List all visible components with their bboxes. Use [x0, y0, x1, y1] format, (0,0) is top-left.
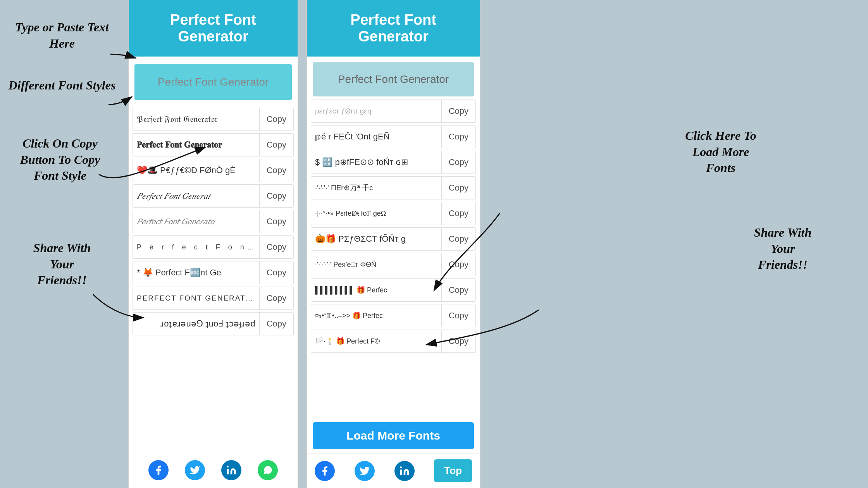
font-row-9: ɹoʇɐɹǝuǝ⅁ ʇuoℲ ʇɔǝɟɹǝd Copy: [133, 312, 294, 335]
annotation-share-right: Share WithYourFriends!!: [728, 225, 837, 273]
left-input-box[interactable]: Perfect Font Generator: [134, 64, 292, 100]
right-font-row-6: ·'·'·'·'·' Pея'e□т ΦΘÑ Copy: [311, 253, 476, 276]
right-font-text-1: 𝕡é r FEČt 'Ont gEÑ: [311, 130, 441, 144]
right-copy-btn-2[interactable]: Copy: [441, 151, 475, 174]
left-panel-footer: [129, 452, 298, 488]
right-font-row-8: ¤₁•°⌒̈•..–>> 🎁 Perfec Copy: [311, 304, 476, 327]
left-panel-header: Perfect Font Generator: [129, 0, 298, 57]
copy-btn-1[interactable]: Copy: [259, 108, 293, 131]
font-row-1: 𝔓𝔢𝔯𝔣𝔢𝔠𝔱 𝔉𝔬𝔫𝔱 𝔊𝔢𝔫𝔢𝔯𝔞𝔱𝔬𝔯 Copy: [133, 108, 294, 131]
right-font-row-4: ·|··°·•» PεrfeØŧ fo᷊ᵗ geΩ Copy: [311, 202, 476, 225]
copy-btn-9[interactable]: Copy: [259, 313, 293, 335]
right-font-text-3: ·'·'·'·' ΠΕr⊕万ª 千c: [311, 181, 441, 195]
font-text-6: P e r f e c t F o n t: [133, 241, 259, 253]
twitter-icon[interactable]: [185, 460, 205, 480]
font-text-1: 𝔓𝔢𝔯𝔣𝔢𝔠𝔱 𝔉𝔬𝔫𝔱 𝔊𝔢𝔫𝔢𝔯𝔞𝔱𝔬𝔯: [133, 112, 259, 126]
right-font-text-2: $ 🔡 p⊕fFE⊙⊙ foŃт ɢ⊞: [311, 155, 441, 169]
right-panel-footer: Top: [307, 453, 480, 488]
annotation-click-copy: Click On CopyButton To CopyFont Style: [4, 136, 116, 184]
right-input-box[interactable]: Perfect Font Generator: [313, 62, 474, 96]
right-copy-btn-6[interactable]: Copy: [441, 253, 475, 276]
right-copy-btn-4[interactable]: Copy: [441, 202, 475, 225]
font-text-8: PERFECT FONT GENERATOR: [133, 292, 259, 304]
whatsapp-icon[interactable]: [258, 460, 278, 480]
right-copy-btn-7[interactable]: Copy: [441, 279, 475, 301]
copy-btn-6[interactable]: Copy: [259, 236, 293, 258]
right-copy-btn-3[interactable]: Copy: [441, 177, 475, 199]
right-font-row-2: $ 🔡 p⊕fFE⊙⊙ foŃт ɢ⊞ Copy: [311, 151, 476, 174]
right-font-row-3: ·'·'·'·' ΠΕr⊕万ª 千c Copy: [311, 176, 476, 199]
right-copy-btn-8[interactable]: Copy: [441, 304, 475, 327]
font-text-5: 𝘗𝘦𝘳𝘧𝘦𝘤𝘵 𝘍𝘰𝘯𝘵 𝘎𝘦𝘯𝘦𝘳𝘢𝘵𝘰: [133, 215, 259, 229]
copy-btn-4[interactable]: Copy: [259, 185, 293, 207]
top-button[interactable]: Top: [434, 459, 472, 482]
right-font-row-5: 🎃🎁 PΣƒΘΣCT fÕŃт g Copy: [311, 227, 476, 251]
right-font-text-9: 🏳️·🕯️ 🎁 Perfect F©: [311, 335, 441, 347]
right-font-list: ρεrƒεcτ ƒØητ gεη Copy 𝕡é r FEČt 'Ont gEÑ…: [307, 100, 480, 418]
right-font-text-partial: ρεrƒεcτ ƒØητ gεη: [311, 105, 441, 117]
annotation-share-left: Share WithYourFriends!!: [12, 240, 112, 289]
right-font-row-1: 𝕡é r FEČt 'Ont gEÑ Copy: [311, 125, 476, 148]
annotation-different-fonts: Different Font Styles: [8, 77, 116, 94]
right-font-text-8: ¤₁•°⌒̈•..–>> 🎁 Perfec: [311, 309, 441, 322]
linkedin-icon[interactable]: [221, 460, 241, 480]
svg-point-0: [227, 466, 229, 467]
font-text-4: 𝑃𝑒𝑟𝑓𝑒𝑐𝑡 𝐹𝑜𝑛𝑡 𝐺𝑒𝑛𝑒𝑟𝑎𝑡: [133, 189, 259, 203]
right-font-text-4: ·|··°·•» PεrfeØŧ fo᷊ᵗ geΩ: [311, 207, 441, 220]
right-font-text-6: ·'·'·'·'·' Pея'e□т ΦΘÑ: [311, 259, 441, 271]
font-text-7: * 🦊 Perfect F🔤nt Ge: [133, 266, 259, 280]
facebook-icon[interactable]: [148, 460, 169, 480]
right-font-text-5: 🎃🎁 PΣƒΘΣCT fÕŃт g: [311, 232, 441, 246]
svg-point-1: [400, 466, 402, 468]
font-text-9: ɹoʇɐɹǝuǝ⅁ ʇuoℲ ʇɔǝɟɹǝd: [133, 317, 259, 331]
font-row-8: PERFECT FONT GENERATOR Copy: [133, 287, 294, 310]
right-panel-header: Perfect Font Generator: [307, 0, 480, 57]
annotation-click-load: Click Here ToLoad MoreFonts: [663, 128, 779, 176]
right-font-row-partial: ρεrƒεcτ ƒØητ gεη Copy: [311, 100, 476, 123]
right-font-text-7: ▌▌▌▌▌▌▌▌ 🎁 Perfec: [311, 284, 441, 296]
font-row-2: 𝐏𝐞𝐫𝐟𝐞𝐜𝐭 𝐅𝐨𝐧𝐭 𝐆𝐞𝐧𝐞𝐫𝐚𝐭𝐨𝐫 Copy: [133, 133, 294, 156]
copy-btn-5[interactable]: Copy: [259, 210, 293, 233]
right-twitter-icon[interactable]: [355, 461, 375, 481]
right-copy-btn-1[interactable]: Copy: [441, 125, 475, 148]
font-row-6: P e r f e c t F o n t Copy: [133, 235, 294, 259]
annotation-type-paste: Type or Paste Text Here: [12, 19, 112, 52]
font-row-5: 𝘗𝘦𝘳𝘧𝘦𝘤𝘵 𝘍𝘰𝘯𝘵 𝘎𝘦𝘯𝘦𝘳𝘢𝘵𝘰 Copy: [133, 210, 294, 233]
font-row-4: 𝑃𝑒𝑟𝑓𝑒𝑐𝑡 𝐹𝑜𝑛𝑡 𝐺𝑒𝑛𝑒𝑟𝑎𝑡 Copy: [133, 184, 294, 208]
left-font-list: 𝔓𝔢𝔯𝔣𝔢𝔠𝔱 𝔉𝔬𝔫𝔱 𝔊𝔢𝔫𝔢𝔯𝔞𝔱𝔬𝔯 Copy 𝐏𝐞𝐫𝐟𝐞𝐜𝐭 𝐅𝐨𝐧𝐭…: [129, 108, 298, 452]
font-text-2: 𝐏𝐞𝐫𝐟𝐞𝐜𝐭 𝐅𝐨𝐧𝐭 𝐆𝐞𝐧𝐞𝐫𝐚𝐭𝐨𝐫: [133, 138, 259, 152]
right-copy-btn-5[interactable]: Copy: [441, 228, 475, 250]
copy-btn-8[interactable]: Copy: [259, 287, 293, 309]
right-font-row-9: 🏳️·🕯️ 🎁 Perfect F© Copy: [311, 330, 476, 353]
right-copy-btn-9[interactable]: Copy: [441, 330, 475, 352]
right-facebook-icon[interactable]: [315, 461, 335, 481]
copy-btn-3[interactable]: Copy: [259, 159, 293, 182]
left-panel: Perfect Font Generator Perfect Font Gene…: [128, 0, 298, 488]
right-font-row-7: ▌▌▌▌▌▌▌▌ 🎁 Perfec Copy: [311, 278, 476, 302]
load-more-button[interactable]: Load More Fonts: [313, 422, 474, 449]
right-panel: Perfect Font Generator Perfect Font Gene…: [306, 0, 480, 488]
font-text-3: ❤️🎩 P€ƒƒ€©Ð FØnÒ gÈ: [133, 163, 259, 177]
right-copy-btn-partial[interactable]: Copy: [441, 100, 475, 122]
copy-btn-7[interactable]: Copy: [259, 261, 293, 284]
font-row-7: * 🦊 Perfect F🔤nt Ge Copy: [133, 261, 294, 284]
copy-btn-2[interactable]: Copy: [259, 134, 293, 156]
right-linkedin-icon[interactable]: [394, 461, 415, 481]
font-row-3: ❤️🎩 P€ƒƒ€©Ð FØnÒ gÈ Copy: [133, 159, 294, 182]
